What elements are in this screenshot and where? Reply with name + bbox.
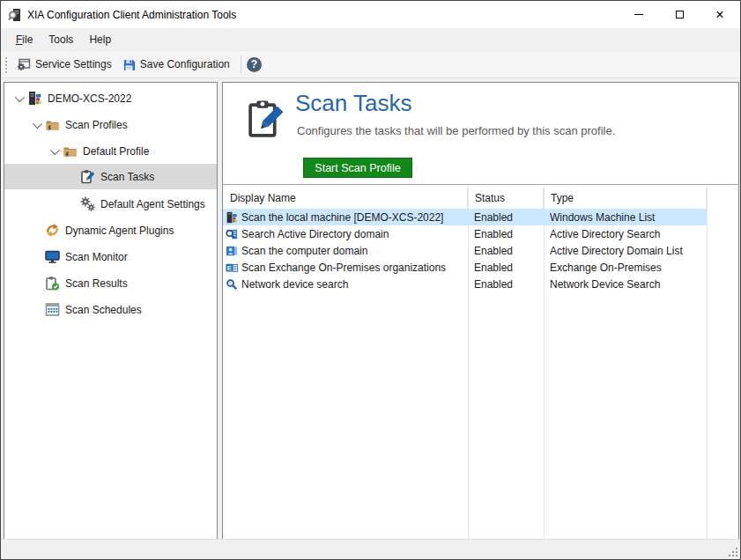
menu-tools[interactable]: Tools bbox=[41, 30, 81, 49]
cell-type: Exchange On-Premises bbox=[544, 259, 707, 276]
tree-item-label: Default Agent Settings bbox=[100, 198, 205, 210]
resize-grip-icon[interactable] bbox=[728, 547, 738, 557]
page-title: Scan Tasks bbox=[295, 90, 411, 117]
tree-item-label: Scan Monitor bbox=[65, 251, 128, 263]
menu-bar: File Tools Help bbox=[1, 28, 740, 51]
cell-filler bbox=[707, 209, 738, 225]
tree-item-default-agent-settings[interactable]: Default Agent Settings bbox=[4, 191, 217, 217]
tree-item-scan-profiles[interactable]: Scan Profiles bbox=[4, 112, 217, 137]
cell-status: Enabled bbox=[468, 209, 544, 225]
tree-item-scan-schedules[interactable]: Scan Schedules bbox=[4, 297, 217, 322]
minimize-icon bbox=[634, 14, 643, 15]
tree-item-label: Scan Results bbox=[65, 277, 128, 290]
gears-icon bbox=[80, 196, 95, 211]
row-label: Search Active Directory domain bbox=[241, 228, 389, 240]
cell-type: Windows Machine List bbox=[544, 209, 707, 225]
service-settings-icon bbox=[17, 57, 31, 71]
clipboard-pencil-icon bbox=[80, 169, 95, 184]
chevron-down-icon[interactable] bbox=[45, 148, 63, 155]
cell-filler bbox=[707, 259, 738, 276]
svg-text:E: E bbox=[227, 263, 232, 271]
clipboard-check-icon bbox=[45, 276, 60, 291]
navigation-tree: DEMO-XCS-2022 Scan Profiles bbox=[4, 82, 218, 540]
close-icon: × bbox=[715, 8, 723, 22]
cell-type: Active Directory Domain List bbox=[544, 242, 707, 259]
row-label: Scan Exchange On-Premises organizations bbox=[241, 262, 446, 274]
window-title: XIA Configuration Client Administration … bbox=[27, 9, 619, 21]
help-icon[interactable]: ? bbox=[247, 57, 262, 72]
cell-type: Network Device Search bbox=[544, 276, 707, 292]
tree-item-demo-xcs-2022[interactable]: DEMO-XCS-2022 bbox=[4, 85, 217, 111]
ad-search-icon bbox=[226, 228, 238, 240]
app-window: XIA Configuration Client Administration … bbox=[0, 0, 741, 560]
cell-filler bbox=[707, 276, 738, 292]
server-icon bbox=[226, 211, 238, 224]
toolbar-separator bbox=[241, 55, 241, 73]
tree-item-label: Scan Tasks bbox=[100, 171, 154, 183]
magnifier-icon bbox=[226, 278, 238, 291]
save-configuration-label: Save Configuration bbox=[140, 58, 230, 70]
cell-filler bbox=[707, 242, 738, 259]
list-rows: Scan the local machine [DEMO-XCS-2022] E… bbox=[223, 209, 738, 292]
cell-type: Active Directory Search bbox=[544, 225, 707, 242]
tree-item-dynamic-agent-plugins[interactable]: Dynamic Agent Plugins bbox=[4, 217, 217, 243]
scan-tasks-icon bbox=[246, 99, 287, 140]
calendar-icon bbox=[45, 302, 60, 317]
cell-display-name: Scan the local machine [DEMO-XCS-2022] bbox=[223, 209, 468, 225]
minimize-button[interactable] bbox=[619, 1, 659, 28]
table-row-computer-domain[interactable]: Scan the computer domain Enabled Active … bbox=[223, 242, 738, 259]
toolbar-grip[interactable] bbox=[4, 55, 8, 73]
close-button[interactable]: × bbox=[700, 1, 740, 28]
row-label: Network device search bbox=[241, 278, 348, 291]
detail-panel: Scan Tasks Configures the tasks that wil… bbox=[222, 82, 739, 540]
section-header: Scan Tasks Configures the tasks that wil… bbox=[223, 83, 738, 185]
server-icon bbox=[27, 91, 42, 106]
cell-display-name: Search Active Directory domain bbox=[223, 225, 468, 242]
status-bar bbox=[1, 539, 740, 559]
menu-file[interactable]: File bbox=[8, 30, 41, 49]
column-header-filler bbox=[707, 188, 738, 209]
save-configuration-button[interactable]: Save Configuration bbox=[117, 55, 235, 75]
maximize-button[interactable] bbox=[659, 1, 700, 28]
table-row-network-search[interactable]: Network device search Enabled Network De… bbox=[223, 276, 738, 292]
table-row-exchange[interactable]: E Scan Exchange On-Premises organization… bbox=[223, 259, 738, 276]
tree-item-label: Scan Schedules bbox=[65, 304, 142, 316]
maximize-icon bbox=[676, 11, 684, 18]
start-scan-profile-button[interactable]: Start Scan Profile bbox=[303, 158, 412, 178]
toolbar: Service Settings Save Configuration ? bbox=[1, 51, 740, 78]
row-label: Scan the local machine [DEMO-XCS-2022] bbox=[241, 211, 443, 224]
tree-item-default-profile[interactable]: Default Profile bbox=[4, 138, 217, 164]
chevron-down-icon[interactable] bbox=[27, 122, 45, 129]
cell-display-name: Scan the computer domain bbox=[223, 242, 468, 259]
tree-item-label: Scan Profiles bbox=[65, 119, 128, 131]
column-header-type[interactable]: Type bbox=[544, 188, 707, 209]
column-header-status[interactable]: Status bbox=[468, 188, 544, 209]
tree-item-label: Default Profile bbox=[83, 145, 149, 158]
table-row-ad-search[interactable]: Search Active Directory domain Enabled A… bbox=[223, 225, 738, 242]
cell-status: Enabled bbox=[468, 259, 544, 276]
menu-help[interactable]: Help bbox=[81, 30, 119, 49]
table-row-local-machine[interactable]: Scan the local machine [DEMO-XCS-2022] E… bbox=[223, 209, 738, 225]
folder-lightning-icon bbox=[63, 144, 78, 158]
tree-item-scan-results[interactable]: Scan Results bbox=[4, 270, 217, 296]
page-description: Configures the tasks that will be perfor… bbox=[297, 124, 615, 137]
cell-status: Enabled bbox=[468, 225, 544, 242]
tree-item-label: DEMO-XCS-2022 bbox=[48, 92, 131, 105]
monitor-icon bbox=[45, 249, 60, 264]
plugin-arrows-icon bbox=[45, 223, 60, 238]
tree-item-scan-tasks[interactable]: Scan Tasks bbox=[4, 164, 217, 189]
folder-lightning-icon bbox=[45, 117, 60, 132]
tree-item-label: Dynamic Agent Plugins bbox=[65, 225, 174, 237]
cell-status: Enabled bbox=[468, 242, 544, 259]
tree-item-scan-monitor[interactable]: Scan Monitor bbox=[4, 244, 217, 269]
row-label: Scan the computer domain bbox=[241, 245, 367, 257]
column-header-display-name[interactable]: Display Name bbox=[223, 188, 468, 209]
cell-display-name: E Scan Exchange On-Premises organization… bbox=[223, 259, 468, 276]
service-settings-button[interactable]: Service Settings bbox=[11, 54, 117, 75]
list-header: Display Name Status Type bbox=[223, 188, 738, 209]
exchange-icon: E bbox=[226, 262, 238, 274]
chevron-down-icon[interactable] bbox=[10, 95, 27, 102]
window-controls: × bbox=[619, 1, 740, 28]
scan-tasks-list: Display Name Status Type bbox=[223, 185, 738, 539]
cell-status: Enabled bbox=[468, 276, 544, 292]
